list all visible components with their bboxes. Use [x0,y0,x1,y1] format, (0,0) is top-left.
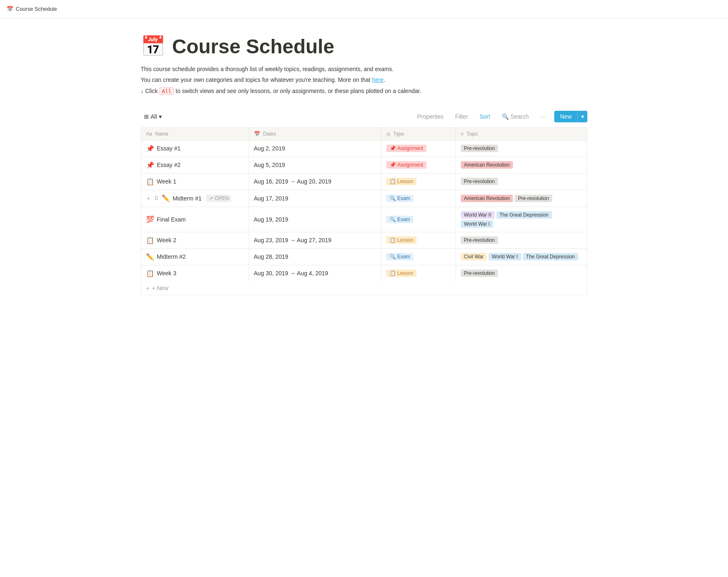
toolbar-right: Properties Filter Sort 🔍 Search ··· New … [414,111,587,122]
new-button[interactable]: New [554,111,577,122]
name-cell[interactable]: 📋Week 1 [141,173,249,190]
type-cell: 🔍 Exam [381,248,455,265]
sort-button[interactable]: Sort [477,112,493,122]
row-name: Week 1 [157,178,176,185]
properties-button[interactable]: Properties [414,112,446,122]
row-name: Midterm #2 [157,253,186,260]
type-badge: 📋 Lesson [386,269,417,277]
type-emoji: 📋 [390,237,396,243]
date-cell: Aug 2, 2019 [249,140,381,157]
topic-tag: Pre-revolution [461,145,498,152]
page-description: This course schedule provides a thorough… [141,64,587,96]
date-cell: Aug 28, 2019 [249,248,381,265]
col-type-icon: ◎ [386,131,390,137]
topic-cell: Pre-revolution [455,140,587,157]
topic-tag: Pre-revolution [461,178,498,185]
topic-cell: Pre-revolution [455,173,587,190]
view-all-button[interactable]: ⊞ All ▾ [141,112,165,122]
col-dates-label: Dates [263,131,276,137]
col-type-label: Type [393,131,404,137]
add-new-row[interactable]: + + New [141,281,587,295]
type-label: Exam [398,217,410,222]
table-row: 📌Essay #1Aug 2, 2019 📌 Assignment Pre-re… [141,140,587,157]
name-cell[interactable]: 📋Week 3 [141,265,249,281]
open-button[interactable]: ↗ OPEN [206,195,231,202]
type-badge: 📌 Assignment [386,145,427,152]
topic-tag: Pre-revolution [461,236,498,244]
table-row: 📋Week 2Aug 23, 2019 → Aug 27, 2019 📋 Les… [141,232,587,248]
type-badge: 📋 Lesson [386,236,417,244]
table-row: 📋Week 1Aug 16, 2019 → Aug 20, 2019 📋 Les… [141,173,587,190]
topic-cell: American Revolution [455,157,587,173]
name-cell[interactable]: 💯Final Exam [141,207,249,232]
toolbar: ⊞ All ▾ Properties Filter Sort 🔍 Search … [141,109,587,124]
topic-cell: Pre-revolution [455,265,587,281]
table-header: Aa Name 📅 Dates ◎ Type ≡ Topic [141,128,587,141]
topic-cell: Civil WarWorld War IThe Great Depression [455,248,587,265]
more-options-button[interactable]: ··· [538,112,548,122]
name-cell[interactable]: 📋Week 2 [141,232,249,248]
col-topic-label: Topic [467,131,478,137]
row-emoji: 💯 [146,215,154,223]
drag-handle[interactable]: ⠿ [153,194,159,203]
add-new-label: + New [152,285,168,291]
row-emoji: 📌 [146,161,154,169]
table-row: +⠿✏️Midterm #1↗ OPENAug 17, 2019 🔍 Exam … [141,190,587,207]
date-cell: Aug 5, 2019 [249,157,381,173]
all-code: All [159,87,174,95]
col-header-topic: ≡ Topic [455,128,587,141]
search-button[interactable]: 🔍 Search [499,112,531,122]
name-cell[interactable]: ✏️Midterm #2 [141,248,249,265]
table-row: 💯Final ExamAug 19, 2019 🔍 Exam World War… [141,207,587,232]
description-line-1: This course schedule provides a thorough… [141,64,587,74]
type-badge: 🔍 Exam [386,195,414,202]
type-cell: 📋 Lesson [381,265,455,281]
new-button-chevron[interactable]: ▾ [577,111,587,122]
type-badge: 📌 Assignment [386,161,427,169]
view-chevron-icon: ▾ [159,113,162,120]
top-bar-title-text: Course Schedule [16,6,57,12]
search-label: Search [510,113,529,120]
name-cell[interactable]: +⠿✏️Midterm #1↗ OPEN [141,190,249,207]
here-link[interactable]: here [372,76,383,83]
page-title: Course Schedule [172,35,334,58]
topic-cell: American RevolutionPre-revolution [455,190,587,207]
type-emoji: 📌 [390,145,396,151]
row-emoji: 📋 [146,236,154,244]
row-emoji: ✏️ [162,194,170,202]
table-body: 📌Essay #1Aug 2, 2019 📌 Assignment Pre-re… [141,140,587,281]
type-emoji: 📋 [390,270,396,276]
view-all-label: All [151,113,157,120]
table-row: ✏️Midterm #2Aug 28, 2019 🔍 Exam Civil Wa… [141,248,587,265]
row-name: Essay #1 [157,145,181,152]
row-emoji: 📋 [146,269,154,277]
name-cell[interactable]: 📌Essay #1 [141,140,249,157]
date-cell: Aug 16, 2019 → Aug 20, 2019 [249,173,381,190]
topic-tag: The Great Depression [496,211,552,219]
topic-cell: World War IIThe Great DepressionWorld Wa… [455,207,587,232]
type-cell: 📌 Assignment [381,140,455,157]
row-name: Week 2 [157,237,176,243]
row-emoji: 📋 [146,178,154,186]
date-cell: Aug 30, 2019 → Aug 4, 2019 [249,265,381,281]
topic-cell: Pre-revolution [455,232,587,248]
type-cell: 🔍 Exam [381,190,455,207]
filter-button[interactable]: Filter [453,112,470,122]
table-grid-icon: ⊞ [144,113,149,120]
col-header-name: Aa Name [141,128,249,141]
page-content: 📅 Course Schedule This course schedule p… [116,18,612,320]
type-emoji: 📋 [390,179,396,184]
toolbar-left: ⊞ All ▾ [141,112,165,122]
col-header-dates: 📅 Dates [249,128,381,141]
top-bar-title: 📅 Course Schedule [7,6,57,12]
type-label: Exam [398,196,410,201]
page-icon: 📅 [141,35,165,58]
type-label: Exam [398,254,410,260]
type-emoji: 🔍 [390,254,396,260]
add-row-btn[interactable]: + [146,194,151,203]
name-cell[interactable]: 📌Essay #2 [141,157,249,173]
new-button-group: New ▾ [554,111,587,122]
type-label: Assignment [398,162,424,168]
date-cell: Aug 23, 2019 → Aug 27, 2019 [249,232,381,248]
type-cell: 📋 Lesson [381,173,455,190]
